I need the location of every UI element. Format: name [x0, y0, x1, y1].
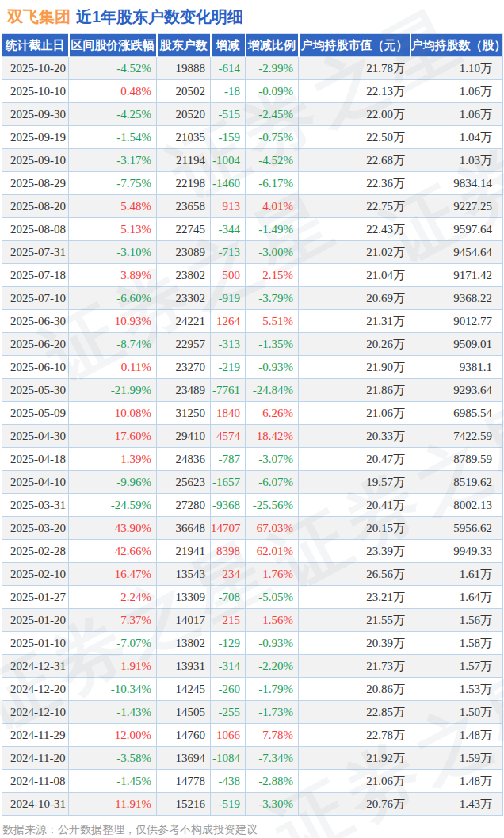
cell-change-ratio: -7.34%: [246, 747, 299, 770]
cell-date: 2025-02-28: [2, 540, 69, 563]
cell-avg-market-value: 22.50万: [299, 126, 410, 149]
table-row: 2025-10-100.48%20502-18-0.09%22.13万1.06万: [2, 80, 503, 103]
cell-avg-shares: 1.06万: [410, 80, 503, 103]
cell-price-change: 1.39%: [69, 448, 157, 471]
cell-change: 1840: [211, 402, 246, 425]
cell-change: 234: [211, 563, 246, 586]
table-row: 2025-06-20-8.74%22957-313-1.35%20.26万950…: [2, 333, 503, 356]
table-row: 2025-04-181.39%24836-787-3.07%20.47万8789…: [2, 448, 503, 471]
cell-avg-market-value: 20.86万: [299, 678, 410, 701]
cell-price-change: 5.13%: [69, 218, 157, 241]
cell-holder-count: 21035: [157, 126, 211, 149]
table-row: 2025-09-30-4.25%20520-515-2.45%22.00万1.0…: [2, 103, 503, 126]
cell-holder-count: 25623: [157, 471, 211, 494]
table-row: 2025-03-2043.90%366481470767.03%20.15万59…: [2, 517, 503, 540]
cell-avg-shares: 1.48万: [410, 770, 503, 793]
cell-avg-market-value: 21.06万: [299, 402, 410, 425]
cell-change: -129: [211, 632, 246, 655]
table-row: 2025-05-0910.08%3125018406.26%21.06万6985…: [2, 402, 503, 425]
cell-holder-count: 36648: [157, 517, 211, 540]
cell-change-ratio: -0.75%: [246, 126, 299, 149]
cell-avg-shares: 7422.59: [410, 425, 503, 448]
column-header: 增减: [211, 34, 246, 57]
table-row: 2025-07-10-6.60%23302-919-3.79%20.69万936…: [2, 287, 503, 310]
cell-change-ratio: -3.79%: [246, 287, 299, 310]
cell-avg-market-value: 22.85万: [299, 701, 410, 724]
cell-avg-market-value: 22.68万: [299, 149, 410, 172]
column-header: 户均持股数（股）: [410, 34, 503, 57]
cell-date: 2025-04-18: [2, 448, 69, 471]
cell-price-change: -1.45%: [69, 770, 157, 793]
cell-price-change: 0.48%: [69, 80, 157, 103]
cell-avg-market-value: 20.47万: [299, 448, 410, 471]
cell-avg-market-value: 22.75万: [299, 195, 410, 218]
cell-change-ratio: -25.56%: [246, 494, 299, 517]
cell-price-change: 7.37%: [69, 609, 157, 632]
cell-avg-market-value: 20.15万: [299, 517, 410, 540]
cell-change-ratio: -0.09%: [246, 80, 299, 103]
cell-avg-market-value: 22.43万: [299, 218, 410, 241]
cell-date: 2025-02-10: [2, 563, 69, 586]
table-row: 2025-09-10-3.17%21194-1004-4.52%22.68万1.…: [2, 149, 503, 172]
cell-change: 500: [211, 264, 246, 287]
cell-holder-count: 13694: [157, 747, 211, 770]
cell-change: -787: [211, 448, 246, 471]
header-row: 统计截止日区间股价涨跌幅股东户数增减增减比例户均持股市值（元）户均持股数（股）: [2, 34, 503, 57]
cell-holder-count: 14017: [157, 609, 211, 632]
cell-holder-count: 14760: [157, 724, 211, 747]
cell-change: -255: [211, 701, 246, 724]
cell-change: -919: [211, 287, 246, 310]
table-row: 2025-08-29-7.75%22198-1460-6.17%22.36万98…: [2, 172, 503, 195]
table-row: 2025-06-3010.93%2422112645.51%21.31万9012…: [2, 310, 503, 333]
table-row: 2025-08-085.13%22745-344-1.49%22.43万9597…: [2, 218, 503, 241]
cell-change: -713: [211, 241, 246, 264]
cell-change: -515: [211, 103, 246, 126]
cell-avg-shares: 9597.64: [410, 218, 503, 241]
cell-date: 2025-01-20: [2, 609, 69, 632]
cell-avg-shares: 1.48万: [410, 724, 503, 747]
cell-price-change: -1.43%: [69, 701, 157, 724]
cell-date: 2025-04-30: [2, 425, 69, 448]
cell-avg-market-value: 22.00万: [299, 103, 410, 126]
cell-avg-market-value: 21.55万: [299, 609, 410, 632]
cell-holder-count: 22745: [157, 218, 211, 241]
cell-price-change: -3.17%: [69, 149, 157, 172]
cell-date: 2025-10-20: [2, 57, 69, 80]
cell-change: -9368: [211, 494, 246, 517]
cell-change: -18: [211, 80, 246, 103]
cell-price-change: -7.75%: [69, 172, 157, 195]
column-header: 区间股价涨跌幅: [69, 34, 157, 57]
shareholder-table: 统计截止日区间股价涨跌幅股东户数增减增减比例户均持股市值（元）户均持股数（股） …: [2, 33, 503, 816]
page-title: 双飞集团近1年股东户数变化明细: [0, 0, 504, 26]
cell-price-change: -8.74%: [69, 333, 157, 356]
cell-change: -159: [211, 126, 246, 149]
cell-change: -313: [211, 333, 246, 356]
cell-price-change: 10.08%: [69, 402, 157, 425]
table-row: 2025-10-20-4.52%19888-614-2.99%21.78万1.1…: [2, 57, 503, 80]
column-header: 股东户数: [157, 34, 211, 57]
cell-change-ratio: -24.84%: [246, 379, 299, 402]
cell-avg-shares: 9949.33: [410, 540, 503, 563]
cell-price-change: 43.90%: [69, 517, 157, 540]
cell-change-ratio: 62.01%: [246, 540, 299, 563]
cell-avg-shares: 8519.62: [410, 471, 503, 494]
cell-avg-market-value: 21.02万: [299, 241, 410, 264]
cell-date: 2025-06-10: [2, 356, 69, 379]
company-name: 双飞集团: [7, 8, 71, 25]
cell-change: 8398: [211, 540, 246, 563]
cell-price-change: 2.24%: [69, 586, 157, 609]
cell-holder-count: 20520: [157, 103, 211, 126]
cell-holder-count: 22198: [157, 172, 211, 195]
cell-avg-shares: 1.10万: [410, 57, 503, 80]
cell-avg-shares: 9227.25: [410, 195, 503, 218]
cell-date: 2025-07-10: [2, 287, 69, 310]
cell-avg-market-value: 21.31万: [299, 310, 410, 333]
cell-avg-shares: 9509.01: [410, 333, 503, 356]
table-row: 2025-01-10-7.07%13802-129-0.93%20.39万1.5…: [2, 632, 503, 655]
cell-avg-market-value: 21.73万: [299, 655, 410, 678]
title-text: 近1年股东户数变化明细: [76, 8, 243, 25]
cell-date: 2025-05-30: [2, 379, 69, 402]
cell-change-ratio: 7.78%: [246, 724, 299, 747]
cell-holder-count: 21194: [157, 149, 211, 172]
cell-price-change: -21.99%: [69, 379, 157, 402]
